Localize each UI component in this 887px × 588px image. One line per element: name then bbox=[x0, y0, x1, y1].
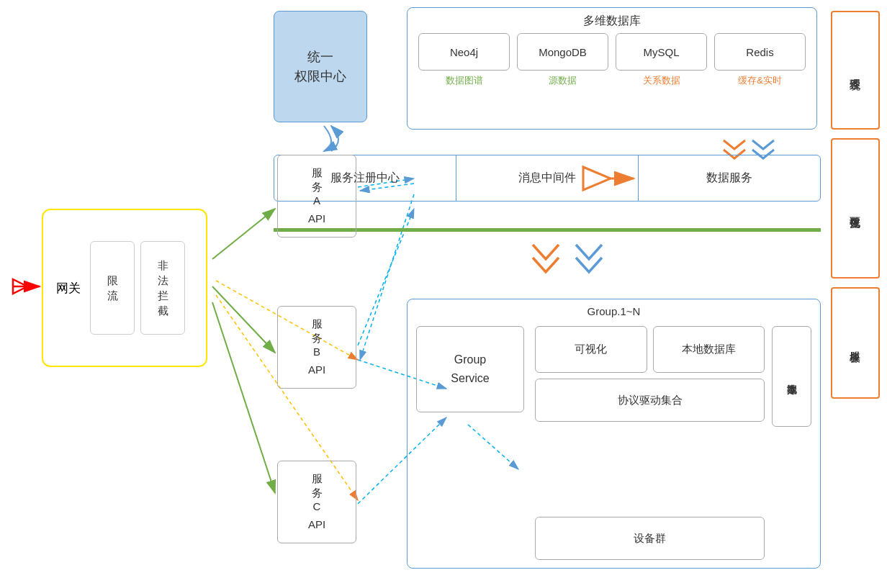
neo4j-box: Neo4j bbox=[418, 33, 510, 71]
visualization-label: 可视化 bbox=[575, 343, 607, 356]
device-label: 设备群 bbox=[634, 532, 666, 546]
redis-label: 缓存&实时 bbox=[738, 74, 782, 87]
data-service-cell: 数据服务 bbox=[639, 155, 820, 201]
block-label: 非 法 拦 截 bbox=[158, 258, 168, 318]
gateway-box: 网关 限 流 非 法 拦 截 bbox=[42, 209, 207, 367]
block-box: 非 法 拦 截 bbox=[140, 241, 185, 335]
svg-line-8 bbox=[212, 209, 275, 259]
protocol-box: 协议驱动集合 bbox=[535, 379, 765, 422]
service-module-box: 服务模块 bbox=[831, 287, 880, 399]
service-c-box: 服 务 C API bbox=[277, 461, 356, 543]
device-box: 设备群 bbox=[535, 517, 765, 560]
group-title: Group.1~N bbox=[408, 299, 820, 320]
svg-line-16 bbox=[360, 194, 414, 360]
svg-line-10 bbox=[212, 302, 275, 493]
auth-box: 统一 权限中心 bbox=[274, 11, 367, 122]
message-middleware-cell: 消息中间件 bbox=[456, 155, 639, 201]
right-panel: 管理系统 数据可视化 服务模块 bbox=[831, 11, 880, 399]
db-items: Neo4j 数据图谱 MongoDB 源数据 MySQL 关系数据 Redis … bbox=[408, 33, 816, 87]
gateway-label: 网关 bbox=[56, 280, 81, 297]
group-service-box: Group Service bbox=[416, 326, 524, 412]
service-a-label: 服 务 A bbox=[312, 166, 323, 208]
svg-line-9 bbox=[212, 286, 275, 353]
db-item-neo4j: Neo4j 数据图谱 bbox=[418, 33, 510, 87]
mysql-label: 关系数据 bbox=[643, 74, 680, 87]
limit-flow-box: 限 流 bbox=[90, 241, 135, 335]
mysql-box: MySQL bbox=[616, 33, 707, 71]
svg-marker-7 bbox=[13, 279, 27, 294]
mongodb-box: MongoDB bbox=[517, 33, 608, 71]
protocol-label: 协议驱动集合 bbox=[618, 394, 683, 407]
manage-system-box: 管理系统 bbox=[831, 11, 880, 130]
service-b-label: 服 务 B bbox=[312, 317, 323, 359]
service-a-api: API bbox=[308, 211, 325, 227]
redis-box: Redis bbox=[714, 33, 806, 71]
visualization-box: 可视化 bbox=[535, 326, 647, 373]
group-inner: Group Service 可视化 本地数据库 协议驱动集合 bbox=[408, 320, 820, 566]
service-b-api: API bbox=[308, 362, 325, 379]
db-container: 多维数据库 Neo4j 数据图谱 MongoDB 源数据 MySQL 关系数据 … bbox=[407, 7, 817, 130]
mongodb-label: 源数据 bbox=[549, 74, 577, 87]
auth-label: 统一 权限中心 bbox=[294, 48, 346, 86]
db-title: 多维数据库 bbox=[408, 8, 816, 33]
db-item-mysql: MySQL 关系数据 bbox=[616, 33, 707, 87]
group-service-label: Group Service bbox=[451, 350, 489, 387]
group-right: 可视化 本地数据库 协议驱动集合 设备群 bbox=[535, 326, 765, 560]
local-db-label-inner: 本地数据库 bbox=[682, 343, 736, 356]
limit-flow-label: 限 流 bbox=[107, 273, 118, 303]
service-c-api: API bbox=[308, 517, 325, 533]
local-db-box: 本地数据库 bbox=[653, 326, 765, 373]
service-c-label: 服 务 C bbox=[312, 471, 323, 514]
data-visualization-box: 数据可视化 bbox=[831, 138, 880, 279]
group-container: Group.1~N Group Service 可视化 本地数据库 bbox=[407, 299, 821, 569]
neo4j-label: 数据图谱 bbox=[446, 74, 483, 87]
service-b-box: 服 务 B API bbox=[277, 306, 356, 389]
diagram-container: 统一 权限中心 多维数据库 Neo4j 数据图谱 MongoDB 源数据 MyS… bbox=[0, 0, 887, 588]
db-item-mongodb: MongoDB 源数据 bbox=[517, 33, 608, 87]
local-database-tall-box: 本地数据库 bbox=[772, 326, 811, 427]
db-item-redis: Redis 缓存&实时 bbox=[714, 33, 806, 87]
group-right-top: 可视化 本地数据库 bbox=[535, 326, 765, 373]
service-a-box: 服 务 A API bbox=[277, 155, 356, 238]
